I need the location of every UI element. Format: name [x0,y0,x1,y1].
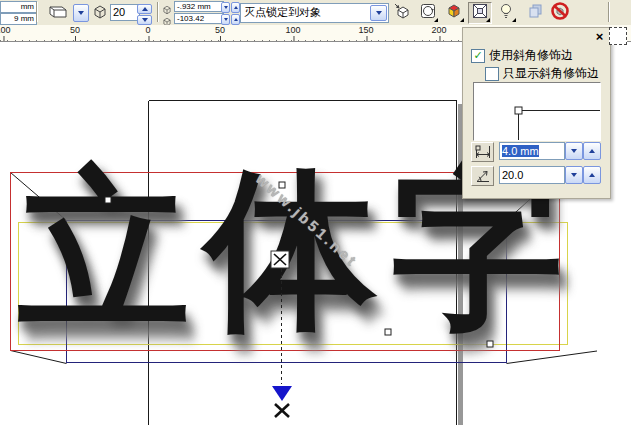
ruler-label: 50 [70,25,80,35]
arrow-down-icon [224,18,228,21]
color-cube-icon [445,2,463,24]
vp-cube-arrow-icon [393,2,411,24]
ruler-label: 100 [0,25,11,35]
ruler-label: 100 [285,25,300,35]
extrude-lighting-button[interactable] [494,2,518,24]
depth-spin-down[interactable] [137,15,152,25]
ruler-label: 50 [215,25,225,35]
combo-dropdown-arrow[interactable] [370,5,387,21]
ruler-origin-button[interactable] [609,27,627,45]
arrow-down-icon [571,149,577,153]
show-only-bevel-label[interactable]: 只显示斜角修饰边 [503,65,599,82]
extrude-depth-icon [92,4,108,24]
ruler-label: 200 [431,25,446,35]
vp-x-spin-down[interactable] [221,2,230,13]
depth-spin-up[interactable] [137,4,152,14]
arrow-up-icon [589,149,595,153]
bevel-depth-value: 4.0 mm [502,145,539,157]
light-bulb-icon [497,2,515,24]
vp-y-spinner[interactable] [221,14,240,25]
vp-y-spin-down[interactable] [221,14,230,25]
bevel-depth-spin-up[interactable] [583,142,601,160]
copy-pages-icon [527,2,545,24]
bevel-angle-value: 20.0 [502,169,523,181]
bevel-depth-icon [471,142,494,162]
bevel-profile-handle[interactable] [515,107,522,114]
ruler-label: 0 [145,25,150,35]
use-bevel-label[interactable]: 使用斜角修饰边 [489,47,573,64]
vp-y-spin-up[interactable] [231,14,240,25]
vp-x-spin-up[interactable] [231,2,240,13]
vp-x-marker[interactable] [275,404,289,417]
chevron-down-icon [376,11,382,15]
vp-x-field[interactable]: -.932 mm [174,1,224,12]
arrow-down-icon [224,6,228,9]
extrude-preset-button[interactable] [42,2,74,24]
toolbar-separator [157,2,159,22]
bevel-angle-spin-up[interactable] [583,166,601,184]
arrow-up-icon [234,6,238,9]
vp-properties-button[interactable] [390,2,414,24]
use-bevel-checkbox[interactable]: ✓ [471,49,485,63]
vp-mode-combobox[interactable]: 灭点锁定到对象 [240,3,389,23]
toolbar-separator [36,2,38,22]
chevron-down-icon [78,11,84,15]
extrude-handles[interactable] [105,182,493,347]
show-only-bevel-checkbox[interactable] [485,67,499,81]
extrude-rotation-button[interactable] [416,2,440,24]
close-icon[interactable]: × [592,29,607,44]
ruler-label: 150 [358,25,373,35]
clear-extrude-button[interactable] [548,2,572,24]
bevel-angle-spin-down[interactable] [565,166,583,184]
preset-dropdown-arrow[interactable] [73,4,89,22]
object-width-field[interactable]: mm [0,1,37,13]
bevel-icon [471,2,489,24]
bevel-docker-panel: × ✓ 使用斜角修饰边 只显示斜角修饰边 4.0 mm [462,27,611,199]
extrude-property-bar: mm 9 mm 20 -.932 mm -103.42 [0,0,631,26]
center-x-handle[interactable] [271,251,289,268]
extrude-depth-field[interactable]: 20 [110,4,140,21]
coreldraw-extrude-window: mm 9 mm 20 -.932 mm -103.42 [0,0,631,425]
extrude-shape-icon [48,4,68,23]
copy-extrude-button[interactable] [524,2,548,24]
extrude-color-button[interactable] [442,2,466,24]
arrow-down-icon [571,173,577,177]
toolbar-separator [608,2,610,22]
rotation-icon [419,2,437,24]
arrow-up-icon [589,173,595,177]
bevel-angle-field[interactable]: 20.0 [499,166,565,184]
vp-mode-value: 灭点锁定到对象 [244,6,321,18]
arrow-up-icon [142,7,148,11]
vp-x-spinner[interactable] [221,2,240,13]
arrow-up-icon [234,18,238,21]
extrude-bevel-button[interactable] [468,2,492,24]
prohibition-icon [550,1,570,25]
vp-arrow-marker[interactable] [272,386,292,401]
bevel-depth-field[interactable]: 4.0 mm [499,142,565,160]
vp-y-field[interactable]: -103.42 [174,13,224,24]
bevel-profile-preview [473,82,601,141]
bevel-depth-spin-down[interactable] [565,142,583,160]
arrow-down-icon [142,18,148,22]
bevel-angle-icon [471,166,494,186]
object-height-field[interactable]: 9 mm [0,13,37,25]
